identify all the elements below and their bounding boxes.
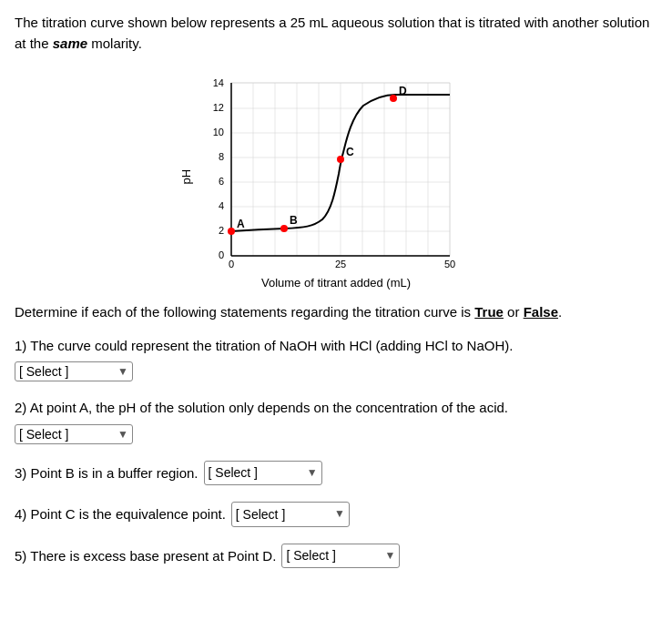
true-label: True (474, 304, 504, 320)
label-D: D (399, 85, 407, 97)
label-B: B (290, 214, 298, 227)
q1-select[interactable]: [ Select ] True False (19, 364, 132, 379)
false-label: False (524, 304, 558, 320)
question-1-text: 1) The curve could represent the titrati… (15, 336, 657, 357)
x-tick-25: 25 (335, 259, 346, 269)
question-5-block: 5) There is excess base present at Point… (15, 544, 657, 569)
intro-paragraph: The titration curve shown below represen… (15, 13, 657, 54)
point-D (390, 95, 397, 102)
x-tick-50: 50 (444, 259, 455, 269)
y-tick-8: 8 (219, 151, 224, 162)
question-4-block: 4) Point C is the equivalence point. [ S… (15, 502, 657, 527)
q2-number: 2) At point A, the pH of the solution on… (15, 400, 508, 415)
question-2-text: 2) At point A, the pH of the solution on… (15, 398, 657, 419)
x-tick-0: 0 (229, 259, 234, 269)
q4-text: 4) Point C is the equivalence point. (15, 502, 226, 526)
q2-select-wrapper[interactable]: [ Select ] True False ▼ (15, 424, 133, 444)
chart-area: pH (195, 65, 477, 290)
point-C (337, 156, 344, 163)
point-B (280, 225, 288, 232)
q5-text: 5) There is excess base present at Point… (15, 544, 276, 568)
intro-same: same (53, 36, 87, 51)
label-A: A (237, 218, 245, 230)
y-tick-0: 0 (219, 249, 224, 260)
determine-line: Determine if each of the following state… (15, 302, 657, 323)
intro-text2: molarity. (87, 36, 142, 51)
y-tick-10: 10 (213, 127, 224, 137)
period: . (558, 304, 562, 320)
question-4-inline: 4) Point C is the equivalence point. [ S… (15, 502, 657, 527)
q3-text: 3) Point B is in a buffer region. (15, 461, 199, 485)
label-C: C (346, 146, 354, 158)
x-axis-label: Volume of titrant added (mL) (195, 276, 477, 290)
y-tick-6: 6 (219, 176, 224, 187)
y-tick-14: 14 (213, 77, 224, 88)
q5-select-wrapper[interactable]: [ Select ] True False ▼ (281, 544, 400, 569)
y-tick-12: 12 (213, 102, 224, 113)
y-tick-2: 2 (219, 225, 224, 236)
question-2-block: 2) At point A, the pH of the solution on… (15, 398, 657, 444)
q4-select[interactable]: [ Select ] True False (236, 507, 349, 522)
q1-select-wrapper[interactable]: [ Select ] True False ▼ (15, 361, 133, 381)
q3-select-wrapper[interactable]: [ Select ] True False ▼ (204, 461, 322, 486)
question-3-block: 3) Point B is in a buffer region. [ Sele… (15, 461, 657, 486)
question-5-inline: 5) There is excess base present at Point… (15, 544, 657, 569)
q2-select[interactable]: [ Select ] True False (19, 427, 132, 442)
titration-chart: 0 2 4 6 8 10 12 14 0 25 50 A B C (195, 65, 459, 274)
q5-select[interactable]: [ Select ] True False (286, 548, 399, 563)
q3-select[interactable]: [ Select ] True False (209, 465, 321, 480)
question-3-inline: 3) Point B is in a buffer region. [ Sele… (15, 461, 657, 486)
determine-text: Determine if each of the following state… (15, 304, 474, 320)
q1-number: 1) The curve could represent the titrati… (15, 338, 513, 353)
point-A (228, 228, 235, 235)
or-label: or (504, 304, 524, 320)
y-tick-4: 4 (219, 200, 224, 211)
question-1-block: 1) The curve could represent the titrati… (15, 336, 657, 382)
q4-select-wrapper[interactable]: [ Select ] True False ▼ (231, 502, 350, 527)
y-axis-label: pH (179, 168, 193, 184)
chart-container: pH (15, 65, 657, 290)
